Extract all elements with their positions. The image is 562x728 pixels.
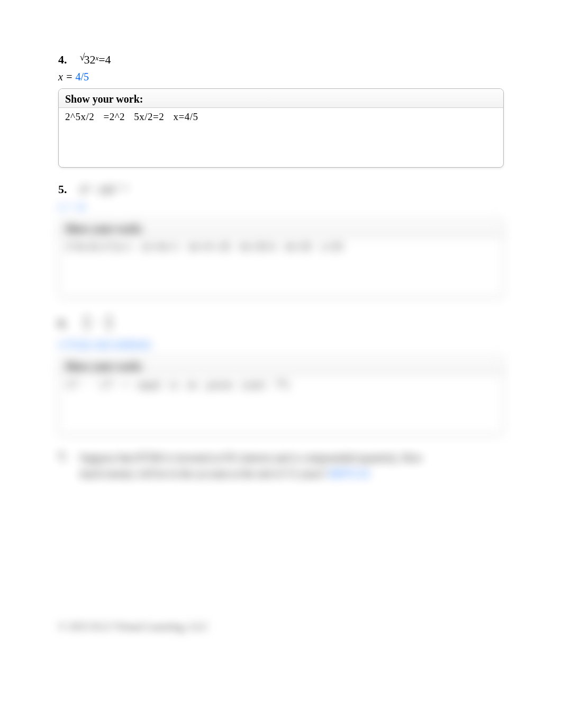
problem-6: 6. 1 7 · 1 7 x=0 (no real solution) Show… — [58, 312, 504, 435]
problem-5-workbox: Show your work: 2^4x·4x·2^2x-1 2x+4x=1 4… — [58, 218, 504, 297]
sqrt-symbol: √ — [80, 52, 85, 62]
problem-7-question: Suppose that $7500 is invested at 6% int… — [80, 450, 424, 481]
problem-5-header: 5. 4ˣ · (4)ˣ⁻¹ — [58, 183, 504, 196]
problem-7: 7. Suppose that $7500 is invested at 6% … — [58, 450, 504, 481]
worksheet-page: 4. √32x=4 x = 4/5 Show your work: 2^5x/2… — [0, 0, 562, 728]
problem-4-workbox: Show your work: 2^5x/2 =2^2 5x/2=2 x=4/5 — [58, 88, 504, 168]
page-footer: © 2015 K12 Virtual Learning, LLC — [58, 621, 209, 633]
problem-5-equation: 4ˣ · (4)ˣ⁻¹ — [80, 183, 129, 196]
problem-4-equation: √32x=4 — [80, 53, 111, 67]
problem-4-header: 4. √32x=4 — [58, 53, 504, 67]
show-work-label: Show your work: — [59, 89, 503, 108]
problem-5: 5. 4ˣ · (4)ˣ⁻¹ x = -4 Show your work: 2^… — [58, 183, 504, 297]
fraction-2: 1 7 — [104, 312, 114, 334]
exponent-x: x — [95, 54, 98, 62]
fraction-1: 1 7 — [82, 312, 92, 334]
problem-4: 4. √32x=4 x = 4/5 Show your work: 2^5x/2… — [58, 53, 504, 168]
problem-7-header: 7. Suppose that $7500 is invested at 6% … — [58, 450, 504, 481]
problem-4-work: 2^5x/2 =2^2 5x/2=2 x=4/5 — [59, 108, 503, 166]
problem-number: 4. — [58, 53, 67, 67]
problem-number: 7. — [58, 450, 67, 463]
problem-5-work: 2^4x·4x·2^2x-1 2x+4x=1 4x+4=-20 4x=20-4 … — [59, 238, 503, 296]
problem-6-work: 1/7 · 1/7 = equal to no power (can't 7⁰) — [59, 375, 503, 433]
problem-6-answer: x=0 (no real solution) — [58, 338, 504, 350]
problem-number: 6. — [58, 316, 67, 330]
problem-5-blurred-body: x = -4 Show your work: 2^4x·4x·2^2x-1 2x… — [58, 201, 504, 297]
problem-6-equation: 1 7 · 1 7 — [80, 312, 116, 334]
problem-4-answer: x = 4/5 — [58, 71, 504, 83]
problem-number: 5. — [58, 183, 67, 196]
problem-6-workbox: Show your work: 1/7 · 1/7 = equal to no … — [58, 356, 504, 435]
problem-5-answer: x = -4 — [58, 201, 504, 213]
problem-6-header: 6. 1 7 · 1 7 — [58, 312, 504, 334]
show-work-label: Show your work: — [59, 356, 503, 375]
show-work-label: Show your work: — [59, 219, 503, 238]
